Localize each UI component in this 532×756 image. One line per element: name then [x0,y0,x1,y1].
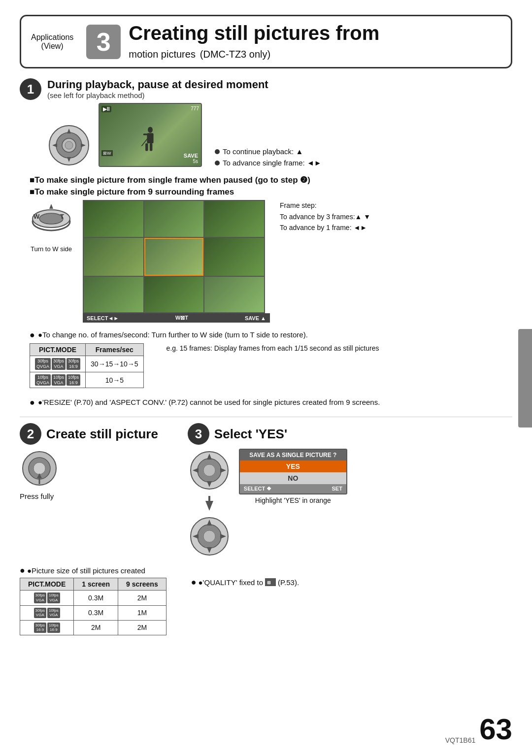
pic-size-section: ● ●Picture size of still pictures create… [20,566,512,635]
pict-table: PICT.MODE Frames/sec 30fpsQVGA 30fpsVGA … [30,343,144,388]
bullet-dot2 [215,161,220,165]
section1-title-block: During playback, pause at desired moment… [47,78,268,99]
size-row1-pict: 30fpsVGA 10fpsVGA [20,591,74,605]
size-row-1: 30fpsVGA 10fpsVGA 0.3M 2M [20,591,166,605]
nine-grid-container: SELECT◄► W⊠T SAVE ▲ [83,200,270,323]
table-note: e.g. 15 frames: Display frames from each… [166,343,379,392]
highlight-note: Highlight 'YES' in orange [239,496,347,504]
header-left: Applications (View) [31,33,73,51]
svg-point-8 [148,127,153,133]
col-pict-mode: PICT.MODE [30,344,86,356]
dialog-footer: SELECT ❖ SET [240,484,346,493]
bullet-dot [215,149,220,154]
camera-5s-label: 5s [193,159,198,164]
frame-step-info: Frame step: To advance by 3 frames:▲ ▼ T… [280,200,370,233]
svg-point-27 [203,464,215,476]
frame-step-label: Frame step: [280,200,370,211]
svg-point-16 [39,213,63,224]
col-9screens: 9 screens [118,578,166,591]
size-row3-pict: 30fps16:9 10fps16:9 [20,620,74,635]
step2-block: 2 Create still picture Press fully [20,423,158,500]
row2-frames: 10→5 [86,372,144,388]
table-row-2: 10fpsQVGA 10fpsVGA 10fps16:9 10→5 [30,372,144,388]
option-yes: YES [240,460,346,472]
col-1screen: 1 screen [74,578,118,591]
size-row2-9: 1M [118,605,166,620]
size-row3-9: 2M [118,620,166,635]
divider [20,417,512,417]
table-row-1: 30fpsQVGA 30fpsVGA 30fps16:9 30→15→10→5 [30,356,144,372]
size-row3-1: 2M [74,620,118,635]
svg-marker-32 [205,501,213,511]
svg-rect-10 [143,133,148,135]
svg-text:T: T [60,213,64,220]
camera-save-label: SAVE [184,153,198,159]
dial-zoom: W T Turn to W side [30,200,73,253]
size-row2-1: 0.3M [74,605,118,620]
bullet1: To continue playback: ▲ [215,147,322,156]
svg-text:⊞: ⊞ [267,580,271,585]
section2-lower: PICT.MODE Frames/sec 30fpsQVGA 30fpsVGA … [30,343,512,392]
section1-title: During playback, pause at desired moment [47,78,268,91]
svg-point-7 [65,141,73,149]
dialog-container: SAVE AS A SINGLE PICTURE ? YES NO SELECT… [239,449,347,504]
header-step-number: 3 [86,25,121,59]
step3-title: Select 'YES' [214,427,287,442]
step3-block: 3 Select 'YES' [188,423,512,558]
bullet2: To advance single frame: ◄► [215,159,322,167]
vqt-code: VQT1B61 [445,736,475,744]
size-row2-pict: 30fpsVGA 10fpsVGA [20,605,74,620]
quality-icon: ⊞ [265,578,276,586]
turn-w-label: Turn to W side [31,245,72,253]
dial-zoom-icon: W T [30,200,73,243]
svg-text:W: W [33,213,40,220]
step2-header: 2 Create still picture [20,423,158,445]
size-row1-9: 2M [118,591,166,605]
heading2-text: ■To make single picture from 9 surroundi… [30,187,512,197]
grid-bar: SELECT◄► W⊠T SAVE ▲ [83,313,270,323]
quality-note: ● ●'QUALITY' fixed to ⊞ (P.53). [191,578,299,587]
save-dialog: SAVE AS A SINGLE PICTURE ? YES NO SELECT… [239,449,347,494]
view-label: (View) [41,42,64,51]
col-frames-sec: Frames/sec [86,344,144,356]
change-frames-note: ● ●To change no. of frames/second: Turn … [30,330,512,339]
dot-change: ● [30,330,35,339]
step2-circle: 2 [20,423,41,445]
footer-set: SET [332,486,342,492]
page-footer: VQT1B61 63 [445,715,512,744]
section1-subtitle: (see left for playback method) [47,91,268,99]
pic-size-note-text: ●Picture size of still pictures created [27,566,145,575]
bullet2-text: To advance single frame: ◄► [223,159,322,167]
grid-cell-4 [84,238,143,276]
size-row-2: 30fpsVGA 10fpsVGA 0.3M 1M [20,605,166,620]
resize-note: ● ●'RESIZE' (P.70) and 'ASPECT CONV.' (P… [30,398,512,407]
svg-marker-19 [49,204,53,209]
page-number: 63 [479,715,512,744]
grid-cell-5 [144,238,204,276]
nine-grid [83,200,265,313]
page: Applications (View) 3 Creating still pic… [0,0,532,756]
jog-dial-icon [47,124,91,167]
svg-rect-11 [145,143,148,151]
row1-pict: 30fpsQVGA 30fpsVGA 30fps16:9 [30,356,86,372]
step3-header: 3 Select 'YES' [188,423,512,445]
bullet1-text: To continue playback: ▲ [223,147,303,156]
footer-select: SELECT ❖ [244,486,271,492]
pic-size-note: ● ●Picture size of still pictures create… [20,566,512,575]
shutter-button-icon [20,449,59,488]
step3-content: SAVE AS A SINGLE PICTURE ? YES NO SELECT… [188,449,512,558]
change-frames-text: ●To change no. of frames/second: Turn fu… [38,330,308,339]
press-fully-label: Press fully [20,492,54,500]
grid-cell-2 [144,201,204,237]
pic-size-row: PICT.MODE 1 screen 9 screens 30fpsVGA 10… [20,578,512,635]
step1-circle: 1 [20,78,41,100]
heading1-block: ■To make single picture from single fram… [30,175,512,197]
section1-header: 1 During playback, pause at desired mome… [20,78,512,100]
bullets-col: To continue playback: ▲ To advance singl… [215,147,322,167]
grid-cell-8 [144,277,204,313]
grid-cell-9 [204,277,264,313]
svg-point-22 [33,462,45,474]
grid-cell-3 [204,201,264,237]
grid-cell-7 [84,277,143,313]
svg-rect-9 [147,133,153,143]
